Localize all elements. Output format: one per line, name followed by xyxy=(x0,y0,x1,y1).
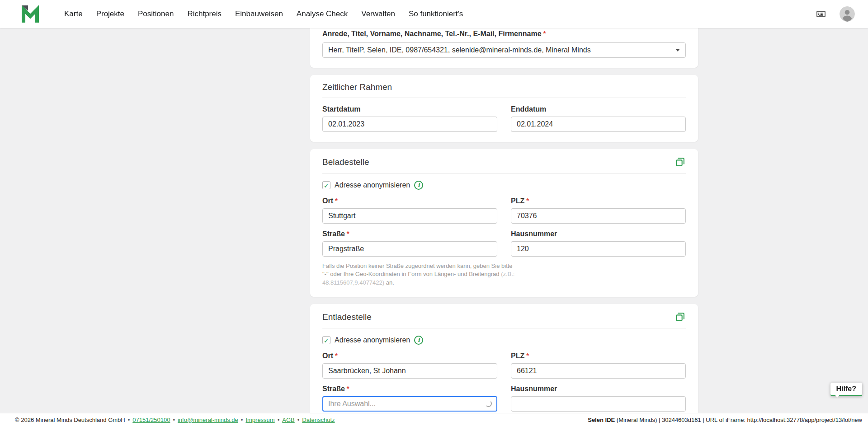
contact-select[interactable]: Herr, TitelP, Selen, IDE, 0987/654321, s… xyxy=(322,42,686,58)
required-asterisk: * xyxy=(335,197,338,204)
enddatum-input[interactable] xyxy=(511,117,686,132)
nav-item-richtpreis[interactable]: Richtpreis xyxy=(187,9,222,19)
beladestelle-ort-field: Ort * xyxy=(322,197,497,224)
entladestelle-hausnummer-input[interactable] xyxy=(511,396,686,412)
beladestelle-hausnummer-field: Hausnummer xyxy=(511,230,686,257)
footer-user-name: Selen IDE xyxy=(588,417,615,423)
divider xyxy=(322,328,686,328)
app-logo[interactable] xyxy=(21,5,40,23)
navbar-right xyxy=(814,6,855,22)
info-icon[interactable]: i xyxy=(414,181,423,190)
footer-debug-info: Selen IDE (Mineral Minds) | 30244603d161… xyxy=(588,417,862,423)
nav-item-projekte[interactable]: Projekte xyxy=(96,9,124,19)
bullet-separator: • xyxy=(128,417,130,423)
hausnummer-label: Hausnummer xyxy=(511,385,686,393)
help-button[interactable]: Hilfe? xyxy=(830,383,862,396)
startdatum-input[interactable] xyxy=(322,117,497,132)
footer-left: © 2026 Mineral Minds Deutschland GmbH • … xyxy=(15,417,335,423)
entladestelle-plz-field: PLZ * xyxy=(511,352,686,379)
required-asterisk: * xyxy=(347,385,349,392)
plz-label: PLZ * xyxy=(511,352,686,360)
main-nav: Karte Projekte Positionen Richtpreis Ein… xyxy=(64,9,463,19)
beladestelle-card: Beladestelle ✓ Adresse anonymisieren i O… xyxy=(310,149,698,297)
footer-link-impressum[interactable]: Impressum xyxy=(245,417,274,423)
bullet-separator: • xyxy=(173,417,175,423)
beladestelle-fields: Ort * PLZ * Straße * xyxy=(322,197,686,257)
keyboard-icon[interactable] xyxy=(814,9,828,19)
footer-link-datenschutz[interactable]: Datenschutz xyxy=(302,417,335,423)
beladestelle-ort-input[interactable] xyxy=(322,208,497,224)
nav-item-so-funktionierts[interactable]: So funktioniert's xyxy=(409,9,463,19)
bullet-separator: • xyxy=(241,417,243,423)
plz-label: PLZ * xyxy=(511,197,686,205)
nav-item-verwalten[interactable]: Verwalten xyxy=(361,9,395,19)
startdatum-field: Startdatum xyxy=(322,105,497,132)
anonymize-checkbox[interactable]: ✓ xyxy=(322,336,330,344)
ort-label: Ort * xyxy=(322,352,497,360)
checkmark-icon: ✓ xyxy=(324,337,330,344)
bullet-separator: • xyxy=(278,417,280,423)
entladestelle-fields: Ort * PLZ * Straße * xyxy=(322,352,686,412)
user-avatar[interactable] xyxy=(840,6,855,22)
timeframe-title: Zeitlicher Rahmen xyxy=(322,82,686,92)
beladestelle-header: Beladestelle xyxy=(322,156,686,168)
strasse-label: Straße * xyxy=(322,385,497,393)
beladestelle-anonymize-row: ✓ Adresse anonymisieren i xyxy=(322,181,686,190)
copy-icon[interactable] xyxy=(675,156,686,168)
entladestelle-title: Entladestelle xyxy=(322,312,372,322)
nav-item-positionen[interactable]: Positionen xyxy=(138,9,174,19)
ort-label: Ort * xyxy=(322,197,497,205)
nav-item-analyse-check[interactable]: Analyse Check xyxy=(297,9,348,19)
anonymize-label: Adresse anonymisieren xyxy=(335,336,410,344)
beladestelle-strasse-field: Straße * xyxy=(322,230,497,257)
page-footer: © 2026 Mineral Minds Deutschland GmbH • … xyxy=(0,413,868,426)
entladestelle-plz-input[interactable] xyxy=(511,363,686,379)
beladestelle-title: Beladestelle xyxy=(322,157,369,167)
beladestelle-hausnummer-input[interactable] xyxy=(511,241,686,257)
chevron-down-icon xyxy=(675,49,680,51)
divider xyxy=(322,173,686,173)
entladestelle-ort-field: Ort * xyxy=(322,352,497,379)
anonymize-label: Adresse anonymisieren xyxy=(335,181,410,189)
footer-link-agb[interactable]: AGB xyxy=(282,417,294,423)
nav-item-karte[interactable]: Karte xyxy=(64,9,83,19)
entladestelle-strasse-field: Straße * xyxy=(322,385,497,412)
beladestelle-plz-field: PLZ * xyxy=(511,197,686,224)
entladestelle-anonymize-row: ✓ Adresse anonymisieren i xyxy=(322,336,686,345)
timeframe-card: Zeitlicher Rahmen Startdatum Enddatum xyxy=(310,75,698,142)
footer-iframe-url: (Mineral Minds) | 30244603d161 | URL of … xyxy=(615,417,862,423)
contact-field-label-text: Anrede, Titel, Vorname, Nachname, Tel.-N… xyxy=(322,30,542,38)
entladestelle-card: Entladestelle ✓ Adresse anonymisieren i … xyxy=(310,304,698,421)
mineral-minds-logo-icon xyxy=(21,5,40,23)
entladestelle-strasse-input[interactable] xyxy=(322,396,497,412)
required-asterisk: * xyxy=(347,230,349,237)
info-icon[interactable]: i xyxy=(414,336,423,345)
contact-select-value: Herr, TitelP, Selen, IDE, 0987/654321, s… xyxy=(328,46,591,54)
bullet-separator: • xyxy=(297,417,300,423)
strasse-label: Straße * xyxy=(322,230,497,238)
divider xyxy=(322,98,686,98)
nav-item-einbauweisen[interactable]: Einbauweisen xyxy=(235,9,283,19)
entladestelle-hausnummer-field: Hausnummer xyxy=(511,385,686,412)
footer-link-email[interactable]: info@mineral-minds.de xyxy=(178,417,238,423)
timeframe-fields: Startdatum Enddatum xyxy=(322,105,686,132)
hausnummer-label: Hausnummer xyxy=(511,230,686,238)
top-navbar: Karte Projekte Positionen Richtpreis Ein… xyxy=(0,0,868,28)
startdatum-label: Startdatum xyxy=(322,105,497,113)
required-asterisk: * xyxy=(526,352,529,359)
copyright-text: © 2026 Mineral Minds Deutschland GmbH xyxy=(15,417,125,423)
required-asterisk: * xyxy=(335,352,338,359)
copy-icon[interactable] xyxy=(675,311,686,323)
footer-link-phone[interactable]: 07151/250100 xyxy=(132,417,170,423)
required-asterisk: * xyxy=(543,30,546,37)
checkmark-icon: ✓ xyxy=(324,182,330,189)
form-scroll-area: Anrede, Titel, Vorname, Nachname, Tel.-N… xyxy=(310,28,698,426)
beladestelle-plz-input[interactable] xyxy=(511,208,686,224)
required-asterisk: * xyxy=(526,197,529,204)
enddatum-label: Enddatum xyxy=(511,105,686,113)
entladestelle-strasse-input-wrap xyxy=(322,396,497,412)
entladestelle-ort-input[interactable] xyxy=(322,363,497,379)
anonymize-checkbox[interactable]: ✓ xyxy=(322,181,330,189)
enddatum-field: Enddatum xyxy=(511,105,686,132)
beladestelle-strasse-input[interactable] xyxy=(322,241,497,257)
